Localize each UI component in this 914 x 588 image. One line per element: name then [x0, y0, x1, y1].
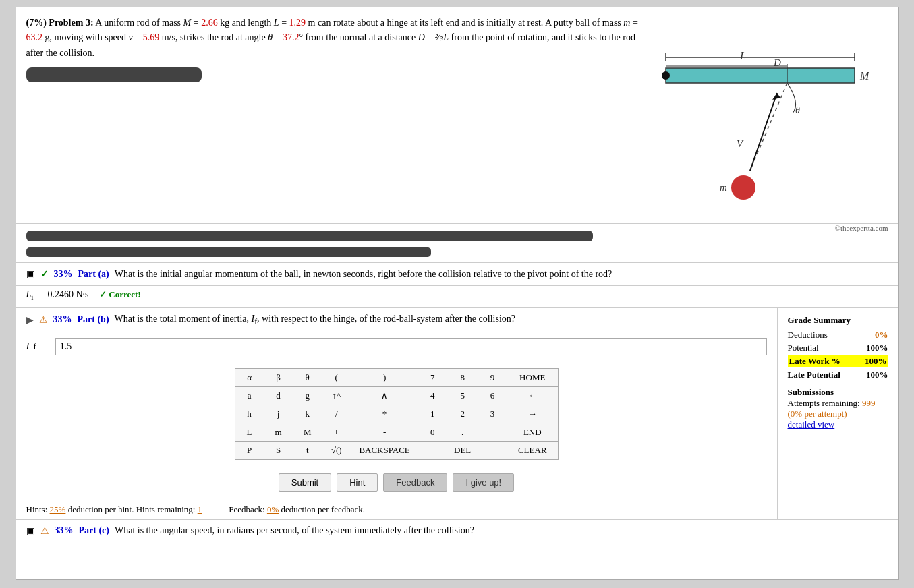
- svg-rect-0: [666, 68, 855, 83]
- hints-pct-link[interactable]: 25%: [50, 504, 66, 514]
- key-empty-3: [478, 441, 507, 459]
- hints-text-label: Hints:: [26, 504, 50, 514]
- key-empty-2: [418, 441, 447, 459]
- key-9[interactable]: 9: [478, 368, 507, 386]
- part-c-square[interactable]: ▣: [26, 525, 35, 537]
- key-alpha[interactable]: α: [235, 368, 264, 386]
- key-leftarrow[interactable]: ←: [507, 386, 558, 405]
- part-b-question: What is the total moment of inertia, If,…: [115, 314, 515, 326]
- key-d[interactable]: d: [264, 386, 293, 405]
- key-0[interactable]: 0: [418, 423, 447, 441]
- attempts-label: Attempts remaining:: [788, 398, 860, 408]
- hint-button[interactable]: Hint: [337, 473, 378, 492]
- part-b-container: ▶ ⚠ 33% Part (b) What is the total momen…: [16, 308, 898, 520]
- key-clear[interactable]: CLEAR: [507, 441, 558, 459]
- svg-text:m: m: [720, 182, 727, 193]
- deductions-value: 0%: [875, 330, 888, 341]
- part-b-input-row: I f =: [16, 332, 777, 361]
- key-rightarrow[interactable]: →: [507, 405, 558, 423]
- part-b-percent: 33%: [53, 314, 72, 325]
- key-slash[interactable]: /: [322, 405, 351, 423]
- attempts-value: 999: [862, 398, 876, 408]
- deductions-label: Deductions: [788, 330, 828, 341]
- key-sqrt[interactable]: √(): [322, 441, 351, 459]
- give-up-button[interactable]: I give up!: [453, 473, 514, 492]
- key-8[interactable]: 8: [447, 368, 478, 386]
- key-j[interactable]: j: [264, 405, 293, 423]
- key-dot[interactable]: .: [447, 423, 478, 441]
- detailed-view-link[interactable]: detailed view: [788, 419, 888, 430]
- late-work-value: 100%: [865, 356, 887, 367]
- key-4[interactable]: 4: [418, 386, 447, 405]
- key-uparrow-caret[interactable]: ↑^: [322, 386, 351, 405]
- key-backspace[interactable]: BACKSPACE: [351, 441, 418, 459]
- key-1[interactable]: 1: [418, 405, 447, 423]
- part-b-answer-input[interactable]: [55, 338, 767, 355]
- key-7[interactable]: 7: [418, 368, 447, 386]
- key-3[interactable]: 3: [478, 405, 507, 423]
- key-g[interactable]: g: [293, 386, 322, 405]
- key-rparen[interactable]: ): [351, 368, 418, 386]
- hints-remaining-link[interactable]: 1: [198, 504, 202, 514]
- potential-value: 100%: [866, 343, 888, 353]
- key-plus[interactable]: +: [322, 423, 351, 441]
- hints-deduction-text: deduction per hint. Hints remaining:: [68, 504, 198, 514]
- part-c-question: What is the angular speed, in radians pe…: [115, 525, 474, 536]
- submit-button[interactable]: Submit: [279, 473, 331, 492]
- part-b-label: Part (b): [78, 314, 109, 325]
- grade-deductions-row: Deductions 0%: [788, 330, 888, 341]
- part-c-section: ▣ ⚠ 33% Part (c) What is the angular spe…: [16, 520, 898, 542]
- part-b-arrow[interactable]: ▶: [26, 314, 34, 326]
- problem-diagram: L D M θ V: [646, 16, 888, 218]
- detailed-view-anchor[interactable]: detailed view: [788, 419, 835, 430]
- key-a[interactable]: a: [235, 386, 264, 405]
- key-home[interactable]: HOME: [507, 368, 558, 386]
- part-a-answer-value: = 0.2460 N·s: [40, 289, 88, 299]
- key-theta[interactable]: θ: [293, 368, 322, 386]
- key-del[interactable]: DEL: [447, 441, 478, 459]
- key-end[interactable]: END: [507, 423, 558, 441]
- grade-potential-row: Potential 100%: [788, 343, 888, 353]
- feedback-label-text: Feedback:: [229, 504, 267, 514]
- key-2[interactable]: 2: [447, 405, 478, 423]
- key-star[interactable]: *: [351, 405, 418, 423]
- attempts-row: Attempts remaining: 999: [788, 398, 888, 409]
- problem-label: (7%) Problem 3:: [26, 18, 94, 28]
- key-m[interactable]: m: [264, 423, 293, 441]
- feedback-button[interactable]: Feedback: [383, 473, 447, 492]
- feedback-deduction-text: deduction per feedback.: [281, 504, 365, 514]
- key-P[interactable]: P: [235, 441, 264, 459]
- per-attempt-row: (0% per attempt): [788, 409, 888, 419]
- key-h[interactable]: h: [235, 405, 264, 423]
- action-buttons-row: Submit Hint Feedback I give up!: [16, 467, 777, 500]
- copyright: ©theexpertta.com: [646, 224, 888, 232]
- part-a-answer-var: Li: [26, 289, 34, 299]
- key-lparen[interactable]: (: [322, 368, 351, 386]
- key-minus[interactable]: -: [351, 423, 418, 441]
- potential-label: Potential: [788, 343, 819, 353]
- key-beta[interactable]: β: [264, 368, 293, 386]
- svg-line-12: [750, 93, 777, 171]
- feedback-label-section: Feedback: 0% deduction per feedback.: [229, 504, 365, 515]
- key-L[interactable]: L: [235, 423, 264, 441]
- part-b-main: ▶ ⚠ 33% Part (b) What is the total momen…: [16, 308, 777, 519]
- svg-text:L: L: [739, 50, 746, 61]
- key-S[interactable]: S: [264, 441, 293, 459]
- key-caret[interactable]: ∧: [351, 386, 418, 405]
- part-b-warning: ⚠: [39, 314, 48, 326]
- key-k[interactable]: k: [293, 405, 322, 423]
- key-5[interactable]: 5: [447, 386, 478, 405]
- keyboard-container: α β θ ( ) 7 8 9 HOME a d g ↑^: [16, 361, 777, 467]
- key-M[interactable]: M: [293, 423, 322, 441]
- hints-feedback-row: Hints: 25% deduction per hint. Hints rem…: [16, 500, 777, 519]
- svg-line-10: [750, 83, 787, 171]
- feedback-pct-link[interactable]: 0%: [267, 504, 279, 514]
- part-a-check: ✓: [40, 268, 49, 280]
- part-a-percent: 33%: [54, 269, 73, 280]
- part-b-input-sub: f: [34, 341, 36, 352]
- submissions-title: Submissions: [788, 387, 888, 398]
- part-a-collapse[interactable]: ▣: [26, 268, 35, 280]
- key-6[interactable]: 6: [478, 386, 507, 405]
- late-potential-label: Late Potential: [788, 370, 840, 380]
- key-t[interactable]: t: [293, 441, 322, 459]
